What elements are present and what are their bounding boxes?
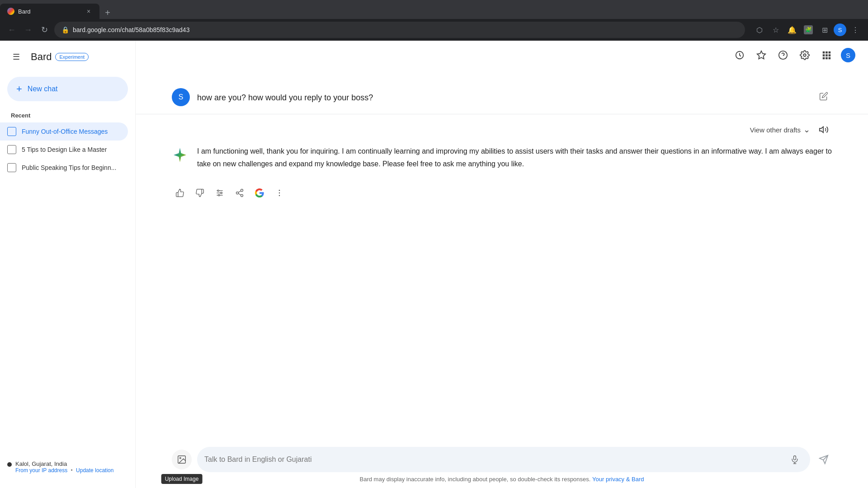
svg-rect-6 <box>826 52 828 54</box>
privacy-link[interactable]: Your privacy & Bard <box>592 476 644 483</box>
history-icon[interactable] <box>731 46 749 64</box>
bard-logo: Bard Experiment <box>31 51 89 63</box>
browser-chrome: Bard × + ← → ↻ 🔒 bard.google.com/chat/58… <box>0 0 868 41</box>
split-view-icon[interactable]: ⊞ <box>817 23 832 37</box>
svg-point-22 <box>236 192 239 194</box>
from-ip-link[interactable]: From your IP address <box>15 467 67 474</box>
bookmark-icon[interactable]: ☆ <box>769 23 783 37</box>
user-message: S how are you? how would you reply to yo… <box>136 81 868 114</box>
chevron-down-icon: ⌄ <box>803 125 810 135</box>
user-avatar: S <box>172 88 190 106</box>
separator: • <box>71 467 73 474</box>
svg-rect-9 <box>826 54 828 56</box>
edit-message-button[interactable] <box>816 88 832 107</box>
address-bar[interactable]: 🔒 bard.google.com/chat/58a0b85f83c9ad43 <box>54 22 745 38</box>
back-button[interactable]: ← <box>5 23 18 36</box>
thumbs-up-button[interactable] <box>172 185 188 201</box>
profile-avatar[interactable]: S <box>834 23 846 36</box>
svg-rect-11 <box>823 57 825 60</box>
sidebar-item-funny-office[interactable]: Funny Out-of-Office Messages <box>0 122 128 141</box>
settings-icon[interactable] <box>796 46 814 64</box>
chat-input-field[interactable] <box>204 455 787 464</box>
bard-response: I am functioning well, thank you for inq… <box>172 145 832 170</box>
more-options-button[interactable] <box>271 185 288 201</box>
svg-line-24 <box>238 193 241 195</box>
thumbs-down-button[interactable] <box>192 185 208 201</box>
mic-button[interactable] <box>787 451 803 468</box>
extension-icon[interactable]: 🧩 <box>801 23 816 37</box>
svg-point-26 <box>279 190 280 191</box>
disclaimer: Bard may display inaccurate info, includ… <box>172 472 832 484</box>
response-header: View other drafts ⌄ <box>172 122 832 138</box>
star-icon[interactable] <box>752 46 770 64</box>
response-actions <box>172 179 832 206</box>
svg-point-21 <box>241 189 243 192</box>
location: Kalol, Gujarat, India From your IP addre… <box>7 460 128 474</box>
tab-close-button[interactable]: × <box>85 8 92 15</box>
svg-rect-31 <box>794 456 796 460</box>
disclaimer-text: Bard may display inaccurate info, includ… <box>360 476 591 483</box>
svg-point-19 <box>221 192 222 193</box>
hamburger-menu[interactable]: ☰ <box>7 48 25 66</box>
share-button[interactable] <box>231 185 248 201</box>
svg-point-27 <box>279 192 280 194</box>
svg-rect-8 <box>823 54 825 56</box>
update-location-link[interactable]: Update location <box>76 467 113 474</box>
top-bar-right: S <box>731 46 857 64</box>
svg-marker-1 <box>757 51 765 59</box>
svg-rect-13 <box>829 57 831 60</box>
input-area: Upload Image Bard may display inaccurate… <box>136 439 868 488</box>
top-bar: S <box>136 41 868 70</box>
response-container: View other drafts ⌄ <box>136 114 868 206</box>
location-dot <box>7 462 12 467</box>
chat-icon <box>7 145 16 154</box>
experiment-badge: Experiment <box>55 53 89 61</box>
send-button[interactable] <box>816 451 832 468</box>
menu-icon[interactable]: ⋮ <box>848 23 863 37</box>
chat-icon <box>7 127 16 136</box>
main-content: S S how are you? how would you reply to … <box>136 41 868 488</box>
new-chat-plus-icon: + <box>16 83 22 95</box>
apps-icon[interactable] <box>817 46 835 64</box>
sidebar-footer: Kalol, Gujarat, India From your IP addre… <box>0 453 135 481</box>
view-drafts-button[interactable]: View other drafts ⌄ <box>750 125 810 135</box>
new-chat-button[interactable]: + New chat <box>7 77 128 101</box>
bard-star-icon <box>172 147 190 165</box>
google-search-button[interactable] <box>251 185 268 201</box>
sound-button[interactable] <box>816 122 832 138</box>
svg-point-20 <box>218 194 220 196</box>
svg-point-23 <box>241 194 243 197</box>
sidebar-item-design-tips[interactable]: 5 Tips to Design Like a Master <box>0 141 128 159</box>
notification-icon[interactable]: 🔔 <box>785 23 799 37</box>
cast-icon[interactable]: ⬡ <box>752 23 767 37</box>
tab-favicon <box>7 8 14 15</box>
chat-input-box[interactable] <box>197 447 810 472</box>
forward-button[interactable]: → <box>22 23 34 36</box>
user-question-text: how are you? how would you reply to your… <box>197 88 808 104</box>
sidebar-header: ☰ Bard Experiment <box>0 48 135 73</box>
bard-title: Bard <box>31 51 52 63</box>
refresh-button[interactable]: ↻ <box>38 23 51 36</box>
chat-name: Funny Out-of-Office Messages <box>22 128 108 135</box>
svg-line-25 <box>238 191 241 192</box>
sidebar-item-public-speaking[interactable]: Public Speaking Tips for Beginn... <box>0 159 128 177</box>
new-tab-button[interactable]: + <box>101 6 114 19</box>
avatar-initial: S <box>841 48 855 62</box>
upload-wrapper: Upload Image <box>172 450 192 469</box>
svg-rect-5 <box>823 52 825 54</box>
user-avatar[interactable]: S <box>839 46 857 64</box>
location-info: Kalol, Gujarat, India From your IP addre… <box>15 460 113 474</box>
chat-area: S how are you? how would you reply to yo… <box>136 70 868 439</box>
svg-point-4 <box>803 54 806 56</box>
upload-image-button[interactable] <box>172 450 192 469</box>
app-layout: ☰ Bard Experiment + New chat Recent Funn… <box>0 41 868 488</box>
help-icon[interactable] <box>774 46 792 64</box>
url-text: bard.google.com/chat/58a0b85f83c9ad43 <box>73 26 738 33</box>
view-drafts-label: View other drafts <box>750 126 801 134</box>
tab-title: Bard <box>18 8 81 15</box>
bard-response-text: I am functioning well, thank you for inq… <box>197 145 832 170</box>
location-city: Kalol, Gujarat, India <box>15 460 113 467</box>
input-row: Upload Image <box>172 447 832 472</box>
active-tab[interactable]: Bard × <box>0 4 99 19</box>
tune-button[interactable] <box>212 185 228 201</box>
